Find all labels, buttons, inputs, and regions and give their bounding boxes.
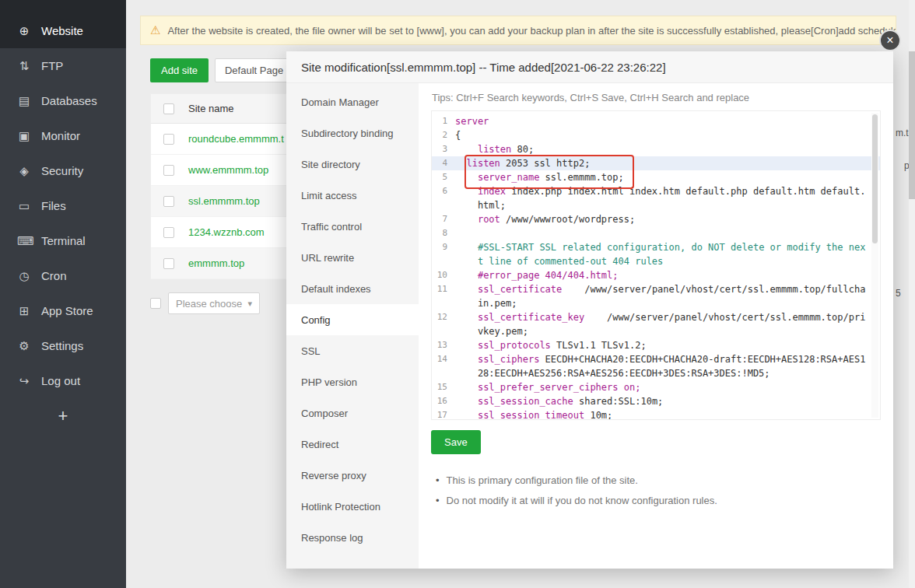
- code-line: 11 ssl_certificate /www/server/panel/vho…: [432, 282, 880, 310]
- line-number: 9: [432, 240, 455, 268]
- warning-triangle-icon: ⚠: [150, 23, 160, 37]
- bullet-icon: •: [436, 495, 440, 506]
- row-checkbox[interactable]: [163, 227, 174, 238]
- sidebar-item-label: Monitor: [41, 129, 80, 142]
- modal-nav-response-log[interactable]: Response log: [286, 522, 419, 553]
- editor-scrollbar-thumb[interactable]: [872, 114, 878, 243]
- row-checkbox[interactable]: [163, 196, 174, 207]
- config-code-editor[interactable]: 1server2{3 listen 80;4 listen 2053 ssl h…: [431, 110, 881, 420]
- modal-nav-domain-manager[interactable]: Domain Manager: [286, 86, 419, 117]
- modal-body: Domain ManagerSubdirectory bindingSite d…: [286, 83, 893, 569]
- sidebar-item-log-out[interactable]: ↪Log out: [0, 363, 126, 398]
- grid-icon: ⊞: [17, 304, 31, 318]
- code-line: 10 #error_page 404/404.html;: [432, 268, 880, 282]
- bulk-select-placeholder: Please choose: [176, 298, 242, 310]
- sidebar-item-label: Security: [41, 164, 83, 177]
- logout-icon: ↪: [17, 374, 31, 388]
- line-number: 6: [432, 184, 455, 212]
- code-text: {: [455, 128, 880, 142]
- config-notes: •This is primary configuration file of t…: [431, 474, 881, 506]
- note-item: •This is primary configuration file of t…: [436, 474, 881, 486]
- code-text: #SSL-START SSL related configuration, do…: [455, 240, 880, 268]
- code-text: ssl_certificate_key /www/server/panel/vh…: [455, 310, 880, 338]
- sidebar-item-databases[interactable]: ▤Databases: [0, 83, 126, 118]
- sidebar-item-ftp[interactable]: ⇅FTP: [0, 48, 126, 83]
- editor-scrollbar[interactable]: [871, 113, 878, 418]
- row-checkbox[interactable]: [163, 258, 174, 269]
- row-checkbox[interactable]: [163, 165, 174, 176]
- modal-nav-traffic-control[interactable]: Traffic control: [286, 211, 419, 242]
- sidebar-item-label: Settings: [41, 339, 83, 352]
- clock-icon: ◷: [17, 269, 31, 283]
- modal-nav-php-version[interactable]: PHP version: [286, 366, 419, 397]
- code-text: listen 2053 ssl http2;: [455, 156, 880, 170]
- monitor-icon: ▣: [17, 129, 31, 143]
- sidebar-item-label: Files: [41, 199, 66, 212]
- code-text: index index.php index.html index.htm def…: [455, 184, 880, 212]
- code-text: ssl_certificate /www/server/panel/vhost/…: [455, 282, 880, 310]
- line-number: 7: [432, 212, 455, 226]
- globe-icon: ⊕: [17, 24, 31, 38]
- modal-nav-reverse-proxy[interactable]: Reverse proxy: [286, 460, 419, 491]
- note-text: Do not modify it at will if you do not k…: [447, 495, 717, 506]
- code-line: 16 ssl_session_cache shared:SSL:10m;: [432, 394, 880, 408]
- bullet-icon: •: [436, 474, 440, 486]
- sidebar-add-button[interactable]: +: [0, 398, 126, 434]
- code-text: ssl_prefer_server_ciphers on;: [455, 380, 880, 394]
- code-line: 14 ssl_ciphers EECDH+CHACHA20:EECDH+CHAC…: [432, 352, 880, 380]
- code-text: [455, 226, 880, 240]
- modal-nav-limit-access[interactable]: Limit access: [286, 180, 419, 211]
- sidebar-item-files[interactable]: ▭Files: [0, 188, 126, 223]
- add-site-button[interactable]: Add site: [150, 58, 209, 82]
- sidebar-item-app-store[interactable]: ⊞App Store: [0, 293, 126, 328]
- modal-nav-subdirectory-binding[interactable]: Subdirectory binding: [286, 117, 419, 149]
- bulk-checkbox[interactable]: [150, 298, 161, 309]
- modal-nav-ssl[interactable]: SSL: [286, 335, 419, 366]
- chevron-down-icon: ▾: [247, 299, 252, 309]
- modal-nav-url-rewrite[interactable]: URL rewrite: [286, 242, 419, 273]
- modal-nav-composer[interactable]: Composer: [286, 397, 419, 429]
- site-link[interactable]: emmmm.top: [188, 257, 244, 269]
- page-scrollbar[interactable]: [909, 0, 915, 588]
- code-line: 2{: [432, 128, 880, 142]
- modal-nav-config[interactable]: Config: [286, 304, 419, 335]
- site-link[interactable]: ssl.emmmm.top: [188, 195, 260, 207]
- select-all-checkbox[interactable]: [163, 103, 174, 114]
- site-link[interactable]: roundcube.emmmm.t: [188, 133, 284, 145]
- modal-nav-site-directory[interactable]: Site directory: [286, 149, 419, 180]
- site-link[interactable]: www.emmmm.top: [188, 164, 268, 176]
- save-button[interactable]: Save: [431, 430, 481, 454]
- sidebar-item-website[interactable]: ⊕Website: [0, 13, 126, 48]
- modal-nav-hotlink-protection[interactable]: Hotlink Protection: [286, 491, 419, 522]
- database-icon: ▤: [17, 94, 31, 108]
- shield-icon: ◈: [17, 164, 31, 178]
- code-text: server: [455, 114, 880, 128]
- default-page-button[interactable]: Default Page: [215, 58, 293, 82]
- line-number: 17: [432, 408, 455, 420]
- code-line: 7 root /www/wwwroot/wordpress;: [432, 212, 880, 226]
- bulk-action-select[interactable]: Please choose ▾: [168, 292, 260, 314]
- sidebar-item-cron[interactable]: ◷Cron: [0, 258, 126, 293]
- sidebar-item-monitor[interactable]: ▣Monitor: [0, 118, 126, 153]
- code-text: ssl_ciphers EECDH+CHACHA20:EECDH+CHACHA2…: [455, 352, 880, 380]
- page-scrollbar-thumb[interactable]: [909, 51, 915, 199]
- site-link[interactable]: 1234.wzznb.com: [188, 226, 265, 238]
- code-lines: 1server2{3 listen 80;4 listen 2053 ssl h…: [432, 114, 880, 420]
- sidebar-item-settings[interactable]: ⚙Settings: [0, 328, 126, 363]
- line-number: 13: [432, 338, 455, 352]
- modal-nav: Domain ManagerSubdirectory bindingSite d…: [286, 83, 419, 569]
- modal-close-button[interactable]: ×: [879, 30, 901, 51]
- line-number: 2: [432, 128, 455, 142]
- sidebar-item-label: FTP: [41, 59, 63, 72]
- modal-nav-default-indexes[interactable]: Default indexes: [286, 273, 419, 304]
- sidebar-item-security[interactable]: ◈Security: [0, 153, 126, 188]
- warning-banner: ⚠ After the website is created, the file…: [140, 16, 896, 45]
- sidebar-item-terminal[interactable]: ⌨Terminal: [0, 223, 126, 258]
- line-number: 11: [432, 282, 455, 310]
- modal-nav-redirect[interactable]: Redirect: [286, 429, 419, 460]
- sidebar-top-partial-item: [0, 0, 126, 13]
- row-checkbox[interactable]: [163, 134, 174, 145]
- note-text: This is primary configuration file of th…: [447, 474, 638, 486]
- code-text: listen 80;: [455, 142, 880, 156]
- line-number: 12: [432, 310, 455, 338]
